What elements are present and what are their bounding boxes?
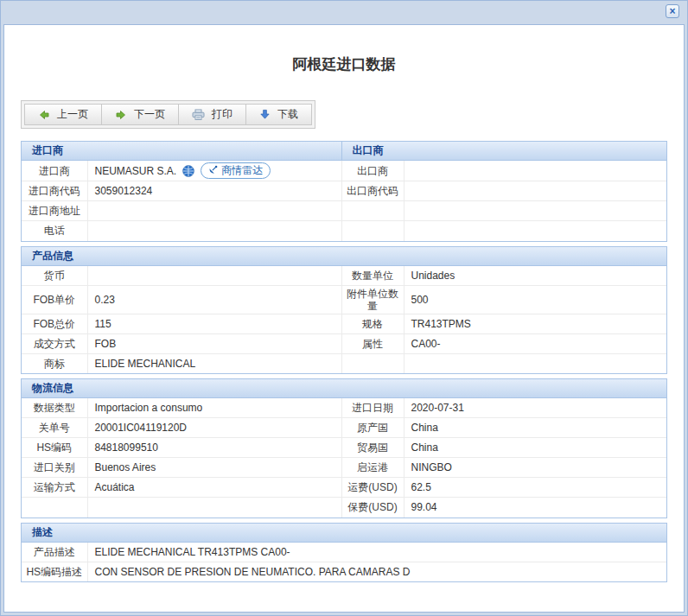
field-label: 商标 [22, 353, 87, 373]
field-label: 出口商代码 [341, 181, 404, 201]
table-row: HS编码描述 CON SENSOR DE PRESION DE NEUMATIC… [22, 562, 666, 581]
arrow-right-icon [115, 109, 127, 121]
globe-icon[interactable] [182, 165, 194, 177]
field-value: 3059012324 [87, 181, 341, 201]
prev-page-label: 上一页 [57, 107, 88, 122]
field-value: NEUMASUR S.A. 商情雷达 [87, 161, 341, 181]
next-page-label: 下一页 [134, 107, 165, 122]
field-value: 2020-07-31 [404, 398, 666, 418]
field-value: 84818099510 [87, 438, 341, 458]
table-row: 运输方式 Acuática 运费(USD) 62.5 [22, 478, 666, 498]
radar-link[interactable]: 商情雷达 [201, 162, 271, 179]
print-button[interactable]: 打印 [178, 104, 246, 125]
printer-icon [192, 109, 205, 121]
import-data-dialog: × 阿根廷进口数据 上一页 下一页 [0, 0, 688, 616]
field-value [404, 221, 666, 241]
table-row: 进口关别 Buenos Aires 启运港 NINGBO [22, 458, 666, 478]
table-row: 货币 数量单位 Unidades [22, 265, 666, 285]
field-label: 数量单位 [341, 265, 404, 285]
download-button[interactable]: 下载 [245, 104, 312, 125]
field-label: 属性 [341, 333, 404, 353]
prev-page-button[interactable]: 上一页 [24, 104, 102, 125]
table-row: FOB总价 115 规格 TR413TPMS [22, 314, 666, 333]
field-label: HS编码 [22, 438, 87, 458]
table-row: 成交方式 FOB 属性 CA00- [22, 333, 666, 353]
field-value [87, 221, 341, 241]
importer-name: NEUMASUR S.A. [95, 165, 177, 177]
field-value [404, 353, 666, 373]
field-label [341, 221, 404, 241]
field-value: 0.23 [87, 285, 341, 314]
field-value [87, 265, 341, 285]
field-label: FOB总价 [22, 314, 87, 333]
field-value [404, 201, 666, 221]
table-row: 保费(USD) 99.04 [22, 498, 666, 518]
field-value: ELIDE MECHANICAL TR413TPMS CA00- [87, 542, 666, 562]
field-label: 启运港 [341, 458, 404, 478]
field-value: CON SENSOR DE PRESION DE NEUMATICO. PARA… [87, 562, 666, 581]
download-label: 下载 [277, 107, 298, 122]
description-section: 描述 产品描述 ELIDE MECHANICAL TR413TPMS CA00-… [21, 523, 667, 583]
field-label: 产品描述 [22, 542, 87, 562]
field-value: 500 [404, 285, 666, 314]
importer-exporter-section: 进口商 出口商 进口商 NEUMASUR S.A. [21, 141, 667, 242]
field-label: 电话 [22, 221, 87, 241]
table-row: FOB单价 0.23 附件单位数量 500 [22, 285, 666, 314]
field-label: 进口商代码 [22, 181, 87, 201]
toolbar: 上一页 下一页 打印 [21, 100, 315, 129]
dialog-titlebar [1, 1, 687, 23]
field-value: Buenos Aires [87, 458, 341, 478]
field-label: 运输方式 [22, 478, 87, 498]
field-label: 关单号 [22, 418, 87, 438]
page-title: 阿根廷进口数据 [21, 54, 667, 74]
field-value: CA00- [404, 333, 666, 353]
field-label: 规格 [341, 314, 404, 333]
field-value: ELIDE MECHANICAL [87, 353, 341, 373]
field-value [404, 161, 666, 181]
field-label: 运费(USD) [341, 478, 404, 498]
field-value [87, 201, 341, 221]
field-value: Unidades [404, 265, 666, 285]
field-value: 20001IC04119120D [87, 418, 341, 438]
field-label: HS编码描述 [22, 562, 87, 581]
importer-section-header: 进口商 [22, 142, 341, 161]
arrow-left-icon [38, 109, 50, 121]
table-row: 商标 ELIDE MECHANICAL [22, 353, 666, 373]
field-value: China [404, 438, 666, 458]
table-row: HS编码 84818099510 贸易国 China [22, 438, 666, 458]
logistics-section-header: 物流信息 [22, 379, 666, 398]
field-label: 进口日期 [341, 398, 404, 418]
description-section-header: 描述 [22, 524, 666, 543]
field-label: 附件单位数量 [341, 285, 404, 314]
field-value: NINGBO [404, 458, 666, 478]
field-label: 货币 [22, 265, 87, 285]
field-label: 保费(USD) [341, 498, 404, 518]
field-label: 成交方式 [22, 333, 87, 353]
radar-icon [208, 165, 218, 177]
field-label: 原产国 [341, 418, 404, 438]
field-label: 进口商 [22, 161, 87, 181]
field-label [22, 498, 87, 518]
field-label: FOB单价 [22, 285, 87, 314]
field-value: China [404, 418, 666, 438]
field-label: 贸易国 [341, 438, 404, 458]
field-label: 进口关别 [22, 458, 87, 478]
field-value: 62.5 [404, 478, 666, 498]
next-page-button[interactable]: 下一页 [101, 104, 179, 125]
table-row: 进口商 NEUMASUR S.A. [22, 161, 666, 181]
table-row: 产品描述 ELIDE MECHANICAL TR413TPMS CA00- [22, 542, 666, 562]
field-label [341, 353, 404, 373]
table-row: 电话 [22, 221, 666, 241]
field-label [341, 201, 404, 221]
field-value [404, 181, 666, 201]
radar-label: 商情雷达 [221, 163, 263, 178]
field-value: TR413TPMS [404, 314, 666, 333]
field-label: 进口商地址 [22, 201, 87, 221]
table-row: 数据类型 Importacion a consumo 进口日期 2020-07-… [22, 398, 666, 418]
product-section-header: 产品信息 [22, 247, 666, 266]
table-row: 进口商地址 [22, 201, 666, 221]
print-label: 打印 [212, 107, 233, 122]
field-value: 115 [87, 314, 341, 333]
close-icon[interactable]: × [666, 4, 679, 18]
field-value [87, 498, 341, 518]
